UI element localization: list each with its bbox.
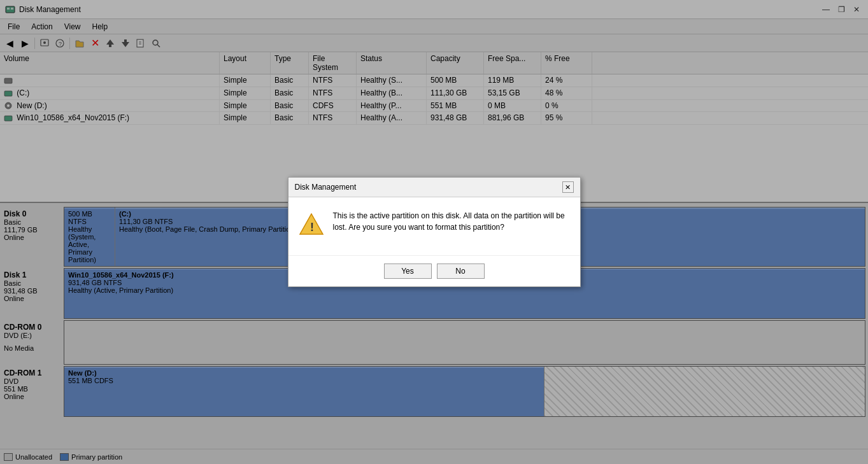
warning-icon: ! [299,211,324,243]
svg-text:!: ! [310,221,314,234]
modal-buttons: Yes No [288,255,580,286]
modal-close-button[interactable]: ✕ [562,181,574,193]
modal-overlay: Disk Management ✕ ! This is the active p… [0,0,868,464]
modal-title: Disk Management [295,183,357,192]
yes-button[interactable]: Yes [384,264,432,279]
modal-dialog: Disk Management ✕ ! This is the active p… [288,177,581,287]
modal-title-bar: Disk Management ✕ [288,178,580,197]
no-button[interactable]: No [437,264,485,279]
modal-message: This is the active partition on this dis… [333,210,570,233]
modal-body: ! This is the active partition on this d… [288,197,580,255]
